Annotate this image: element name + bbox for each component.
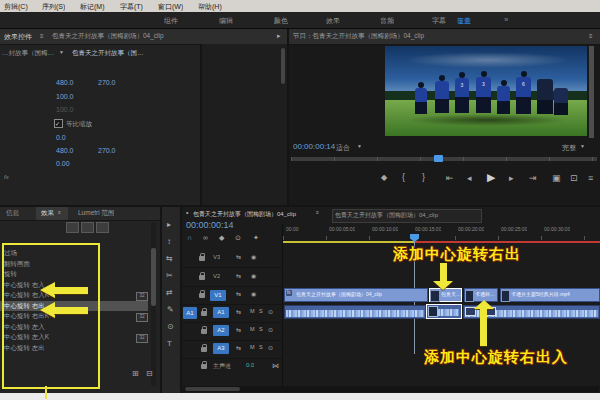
video-transition-icon[interactable] <box>465 290 474 302</box>
workspace-tab-audio[interactable]: 音频 <box>380 16 394 26</box>
position-y-value[interactable]: 270.0 <box>98 79 116 86</box>
zoom-dropdown-icon[interactable]: ▼ <box>357 144 362 149</box>
zoom-level-select[interactable]: 适合 <box>336 143 350 153</box>
go-to-out-button[interactable]: ⇥ <box>529 174 537 183</box>
track-output-eye-icon[interactable]: ◉ <box>251 254 256 260</box>
razor-tool[interactable]: ✂ <box>166 272 173 280</box>
track-name-v3[interactable]: V3 <box>213 254 220 260</box>
lock-icon[interactable] <box>201 347 207 352</box>
clip-selector-dropdown-icon[interactable]: ▼ <box>59 50 64 55</box>
timeline-clip-v1-1[interactable]: fx 包青天之开封故事（国梅剧场）04_clip <box>284 288 428 302</box>
sync-lock-icon[interactable]: ⇆ <box>236 291 241 297</box>
linked-selection-icon[interactable]: ∞ <box>203 234 208 241</box>
timeline-display-icon[interactable]: ⊙ <box>235 234 241 241</box>
track-select-tool[interactable]: ↕ <box>167 238 171 246</box>
sync-lock-icon[interactable]: ⇆ <box>236 345 241 351</box>
timeline-audio-clip-1[interactable] <box>284 305 426 319</box>
lock-icon[interactable] <box>201 364 207 369</box>
tab-next-panel[interactable]: 包青天之开封故事（国梅剧场）04_clip <box>52 32 270 41</box>
tab-effect-controls[interactable]: 效果控件 <box>4 32 32 42</box>
slip-tool[interactable]: ⇄ <box>166 289 173 297</box>
mark-out-button[interactable]: } <box>422 173 425 182</box>
export-frame-button[interactable]: ▣ <box>552 174 561 183</box>
program-playhead-marker[interactable] <box>434 155 443 162</box>
menu-item-clip[interactable]: 剪辑(C) <box>4 2 28 12</box>
panel-menu-icon[interactable]: ≡ <box>589 33 593 39</box>
comparison-view-button[interactable]: ⊡ <box>570 174 578 183</box>
effects-scrollbar-thumb[interactable] <box>151 248 156 306</box>
track-name-v1-targeted[interactable]: V1 <box>210 290 226 301</box>
workspace-tab-editing[interactable]: 编辑 <box>219 16 233 26</box>
position-x-value[interactable]: 480.0 <box>56 79 74 86</box>
step-forward-button[interactable]: ▸ <box>509 174 514 183</box>
mic-icon[interactable]: ⊙ <box>268 309 273 315</box>
track-output-eye-icon[interactable]: ◉ <box>251 291 256 297</box>
type-tool[interactable]: T <box>167 340 172 348</box>
uniform-scale-checkbox[interactable]: ✓ <box>54 119 63 128</box>
effects-filter-button[interactable] <box>66 222 79 233</box>
menu-item-marker[interactable]: 标记(M) <box>80 2 105 12</box>
master-level-value[interactable]: 0.0 <box>246 362 254 368</box>
track-name-a3-targeted[interactable]: A3 <box>213 343 229 354</box>
master-nav-icon[interactable]: ⋈ <box>272 362 279 369</box>
timeline-audio-clip-2-selected[interactable] <box>426 304 462 319</box>
track-name-v2[interactable]: V2 <box>213 273 220 279</box>
tab-effects[interactable]: 效果 <box>41 209 54 218</box>
play-button[interactable]: ▶ <box>487 172 495 183</box>
track-name-a1-targeted[interactable]: A1 <box>213 307 229 318</box>
menu-item-help[interactable]: 帮助(H) <box>198 2 222 12</box>
track-output-eye-icon[interactable]: ◉ <box>251 273 256 279</box>
timeline-tab-inactive[interactable]: 包青天之开封故事（国梅剧场）04_clip <box>332 209 482 223</box>
timeline-scrollbar-thumb[interactable] <box>185 387 240 391</box>
panel-menu-icon[interactable]: ≡ <box>58 210 61 215</box>
fx-badge[interactable]: fx <box>4 174 9 180</box>
chevron-right-icon[interactable]: ▸ <box>277 32 281 39</box>
add-marker-icon[interactable]: ◆ <box>219 234 224 241</box>
mute-icon[interactable]: M <box>250 327 255 333</box>
menu-item-title[interactable]: 字幕(T) <box>120 2 143 12</box>
timeline-scrollbar-track[interactable] <box>183 386 599 392</box>
lock-icon[interactable] <box>201 311 207 316</box>
anchor-y-value[interactable]: 270.0 <box>98 147 116 154</box>
anti-flicker-value[interactable]: 0.00 <box>56 160 70 167</box>
panel-menu-icon[interactable]: ≡ <box>316 210 319 215</box>
video-transition-icon[interactable] <box>430 290 440 302</box>
new-bin-icon[interactable]: ⊞ <box>132 370 139 378</box>
source-patch-a1[interactable]: A1 <box>183 307 197 319</box>
timeline-clip-v1-4[interactable]: 卡通片主题5经典片段.mp4 <box>500 288 600 302</box>
timeline-clip-v1-2-selected[interactable]: 包青天… <box>429 288 462 302</box>
program-scrubber-track[interactable] <box>291 157 597 161</box>
solo-icon[interactable]: S <box>259 309 263 315</box>
track-header-divider[interactable] <box>282 224 283 386</box>
lock-icon[interactable] <box>201 329 207 334</box>
mute-icon[interactable]: M <box>250 345 255 351</box>
workspace-tab-color[interactable]: 颜色 <box>274 16 288 26</box>
sync-lock-icon[interactable]: ⇆ <box>236 327 241 333</box>
tab-info[interactable]: 信息 <box>6 209 19 218</box>
effect-controls-scrollbar[interactable] <box>281 48 285 84</box>
mic-icon[interactable]: ⊙ <box>268 345 273 351</box>
program-timecode[interactable]: 00:00:00:14 <box>293 142 335 151</box>
workspace-tab-titles[interactable]: 字幕 <box>432 16 446 26</box>
pen-tool[interactable]: ✎ <box>167 306 174 314</box>
timeline-timecode[interactable]: 00:00:00:14 <box>186 220 234 230</box>
program-monitor-scrollbar[interactable] <box>589 46 594 138</box>
tab-program-monitor[interactable]: 节目：包青天之开封故事（国梅剧场）04_clip <box>293 32 573 41</box>
lock-icon[interactable] <box>199 293 205 298</box>
sync-lock-icon[interactable]: ⇆ <box>236 309 241 315</box>
scale-value[interactable]: 100.0 <box>56 93 74 100</box>
lock-icon[interactable] <box>199 256 205 261</box>
delete-icon[interactable]: ⊟ <box>146 370 153 378</box>
workspace-overflow-chevron[interactable]: » <box>504 15 508 24</box>
effects-scrollbar-track[interactable] <box>151 222 156 386</box>
hand-tool[interactable]: ⊙ <box>167 323 174 331</box>
track-name-a2-targeted[interactable]: A2 <box>213 325 229 336</box>
clip-selector-value[interactable]: …封故事（国梅… <box>2 49 56 58</box>
menu-item-sequence[interactable]: 序列(S) <box>42 2 65 12</box>
snap-icon[interactable]: ∩ <box>187 234 192 241</box>
timeline-settings-icon[interactable]: ✦ <box>253 234 259 241</box>
solo-icon[interactable]: S <box>259 345 263 351</box>
add-marker-button[interactable]: ◆ <box>381 174 387 182</box>
solo-icon[interactable]: S <box>259 327 263 333</box>
video-transition-icon[interactable] <box>501 290 510 302</box>
